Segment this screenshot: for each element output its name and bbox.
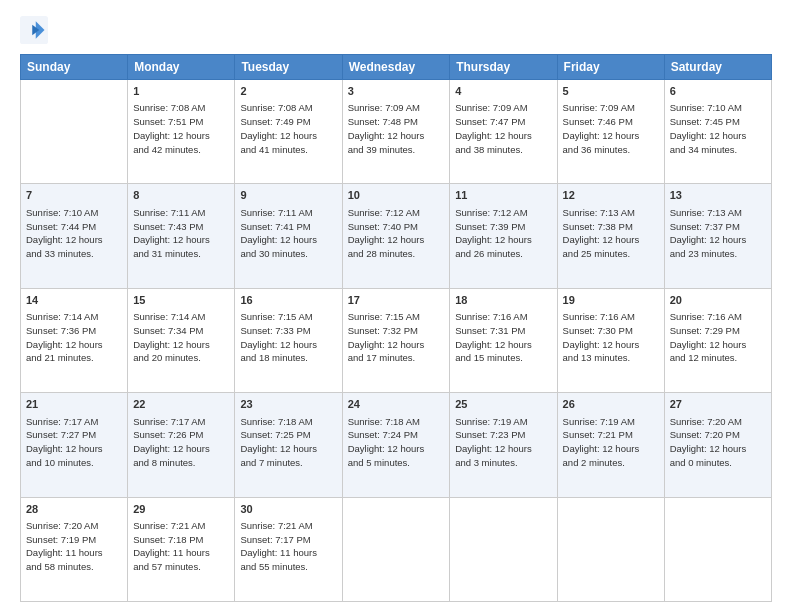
cell-date-number: 12 [563,188,659,203]
cell-info-text: Sunrise: 7:14 AMSunset: 7:36 PMDaylight:… [26,310,122,365]
cell-date-number: 3 [348,84,445,99]
cell-info-text: Sunrise: 7:09 AMSunset: 7:48 PMDaylight:… [348,101,445,156]
cell-info-text: Sunrise: 7:10 AMSunset: 7:45 PMDaylight:… [670,101,766,156]
calendar-cell [450,497,557,601]
cell-date-number: 23 [240,397,336,412]
col-header-tuesday: Tuesday [235,55,342,80]
cell-info-text: Sunrise: 7:21 AMSunset: 7:18 PMDaylight:… [133,519,229,574]
cell-date-number: 15 [133,293,229,308]
cell-info-text: Sunrise: 7:18 AMSunset: 7:25 PMDaylight:… [240,415,336,470]
cell-date-number: 25 [455,397,551,412]
cell-date-number: 1 [133,84,229,99]
cell-info-text: Sunrise: 7:19 AMSunset: 7:21 PMDaylight:… [563,415,659,470]
logo [20,16,52,44]
cell-info-text: Sunrise: 7:17 AMSunset: 7:27 PMDaylight:… [26,415,122,470]
cell-info-text: Sunrise: 7:15 AMSunset: 7:32 PMDaylight:… [348,310,445,365]
cell-info-text: Sunrise: 7:11 AMSunset: 7:43 PMDaylight:… [133,206,229,261]
week-row-2: 7Sunrise: 7:10 AMSunset: 7:44 PMDaylight… [21,184,772,288]
calendar-cell: 6Sunrise: 7:10 AMSunset: 7:45 PMDaylight… [664,80,771,184]
cell-info-text: Sunrise: 7:18 AMSunset: 7:24 PMDaylight:… [348,415,445,470]
calendar-table: SundayMondayTuesdayWednesdayThursdayFrid… [20,54,772,602]
calendar-cell: 30Sunrise: 7:21 AMSunset: 7:17 PMDayligh… [235,497,342,601]
cell-info-text: Sunrise: 7:15 AMSunset: 7:33 PMDaylight:… [240,310,336,365]
week-row-3: 14Sunrise: 7:14 AMSunset: 7:36 PMDayligh… [21,288,772,392]
cell-info-text: Sunrise: 7:19 AMSunset: 7:23 PMDaylight:… [455,415,551,470]
cell-date-number: 20 [670,293,766,308]
cell-info-text: Sunrise: 7:21 AMSunset: 7:17 PMDaylight:… [240,519,336,574]
col-header-thursday: Thursday [450,55,557,80]
cell-date-number: 22 [133,397,229,412]
cell-date-number: 16 [240,293,336,308]
cell-date-number: 13 [670,188,766,203]
calendar-cell: 29Sunrise: 7:21 AMSunset: 7:18 PMDayligh… [128,497,235,601]
calendar-cell: 27Sunrise: 7:20 AMSunset: 7:20 PMDayligh… [664,393,771,497]
cell-info-text: Sunrise: 7:17 AMSunset: 7:26 PMDaylight:… [133,415,229,470]
calendar-cell: 5Sunrise: 7:09 AMSunset: 7:46 PMDaylight… [557,80,664,184]
cell-date-number: 6 [670,84,766,99]
calendar-cell: 16Sunrise: 7:15 AMSunset: 7:33 PMDayligh… [235,288,342,392]
calendar-cell: 13Sunrise: 7:13 AMSunset: 7:37 PMDayligh… [664,184,771,288]
week-row-4: 21Sunrise: 7:17 AMSunset: 7:27 PMDayligh… [21,393,772,497]
cell-info-text: Sunrise: 7:12 AMSunset: 7:39 PMDaylight:… [455,206,551,261]
cell-date-number: 2 [240,84,336,99]
cell-date-number: 5 [563,84,659,99]
calendar-cell: 21Sunrise: 7:17 AMSunset: 7:27 PMDayligh… [21,393,128,497]
calendar-header: SundayMondayTuesdayWednesdayThursdayFrid… [21,55,772,80]
calendar-cell [21,80,128,184]
cell-date-number: 24 [348,397,445,412]
calendar-cell: 19Sunrise: 7:16 AMSunset: 7:30 PMDayligh… [557,288,664,392]
cell-info-text: Sunrise: 7:13 AMSunset: 7:37 PMDaylight:… [670,206,766,261]
calendar-cell: 23Sunrise: 7:18 AMSunset: 7:25 PMDayligh… [235,393,342,497]
cell-info-text: Sunrise: 7:08 AMSunset: 7:49 PMDaylight:… [240,101,336,156]
calendar-cell: 24Sunrise: 7:18 AMSunset: 7:24 PMDayligh… [342,393,450,497]
calendar-cell: 25Sunrise: 7:19 AMSunset: 7:23 PMDayligh… [450,393,557,497]
cell-date-number: 8 [133,188,229,203]
cell-info-text: Sunrise: 7:09 AMSunset: 7:47 PMDaylight:… [455,101,551,156]
cell-info-text: Sunrise: 7:16 AMSunset: 7:31 PMDaylight:… [455,310,551,365]
calendar-cell: 4Sunrise: 7:09 AMSunset: 7:47 PMDaylight… [450,80,557,184]
calendar-cell [664,497,771,601]
calendar-cell: 9Sunrise: 7:11 AMSunset: 7:41 PMDaylight… [235,184,342,288]
calendar-cell: 8Sunrise: 7:11 AMSunset: 7:43 PMDaylight… [128,184,235,288]
calendar-cell: 22Sunrise: 7:17 AMSunset: 7:26 PMDayligh… [128,393,235,497]
cell-info-text: Sunrise: 7:08 AMSunset: 7:51 PMDaylight:… [133,101,229,156]
calendar-cell: 26Sunrise: 7:19 AMSunset: 7:21 PMDayligh… [557,393,664,497]
week-row-5: 28Sunrise: 7:20 AMSunset: 7:19 PMDayligh… [21,497,772,601]
cell-info-text: Sunrise: 7:14 AMSunset: 7:34 PMDaylight:… [133,310,229,365]
cell-date-number: 9 [240,188,336,203]
cell-info-text: Sunrise: 7:09 AMSunset: 7:46 PMDaylight:… [563,101,659,156]
calendar-cell: 1Sunrise: 7:08 AMSunset: 7:51 PMDaylight… [128,80,235,184]
col-header-saturday: Saturday [664,55,771,80]
calendar-cell: 18Sunrise: 7:16 AMSunset: 7:31 PMDayligh… [450,288,557,392]
calendar-cell: 17Sunrise: 7:15 AMSunset: 7:32 PMDayligh… [342,288,450,392]
header [20,16,772,44]
calendar-cell: 3Sunrise: 7:09 AMSunset: 7:48 PMDaylight… [342,80,450,184]
cell-info-text: Sunrise: 7:11 AMSunset: 7:41 PMDaylight:… [240,206,336,261]
cell-date-number: 18 [455,293,551,308]
calendar-cell: 7Sunrise: 7:10 AMSunset: 7:44 PMDaylight… [21,184,128,288]
cell-date-number: 11 [455,188,551,203]
cell-date-number: 30 [240,502,336,517]
calendar-cell: 28Sunrise: 7:20 AMSunset: 7:19 PMDayligh… [21,497,128,601]
cell-date-number: 19 [563,293,659,308]
header-row: SundayMondayTuesdayWednesdayThursdayFrid… [21,55,772,80]
col-header-sunday: Sunday [21,55,128,80]
cell-info-text: Sunrise: 7:20 AMSunset: 7:19 PMDaylight:… [26,519,122,574]
cell-date-number: 4 [455,84,551,99]
logo-icon [20,16,48,44]
cell-info-text: Sunrise: 7:16 AMSunset: 7:30 PMDaylight:… [563,310,659,365]
cell-date-number: 28 [26,502,122,517]
calendar-cell [557,497,664,601]
calendar-cell: 2Sunrise: 7:08 AMSunset: 7:49 PMDaylight… [235,80,342,184]
cell-date-number: 29 [133,502,229,517]
calendar-cell [342,497,450,601]
cell-info-text: Sunrise: 7:12 AMSunset: 7:40 PMDaylight:… [348,206,445,261]
cell-date-number: 17 [348,293,445,308]
cell-date-number: 21 [26,397,122,412]
calendar-cell: 11Sunrise: 7:12 AMSunset: 7:39 PMDayligh… [450,184,557,288]
col-header-friday: Friday [557,55,664,80]
cell-info-text: Sunrise: 7:16 AMSunset: 7:29 PMDaylight:… [670,310,766,365]
cell-info-text: Sunrise: 7:20 AMSunset: 7:20 PMDaylight:… [670,415,766,470]
calendar-cell: 12Sunrise: 7:13 AMSunset: 7:38 PMDayligh… [557,184,664,288]
cell-date-number: 27 [670,397,766,412]
